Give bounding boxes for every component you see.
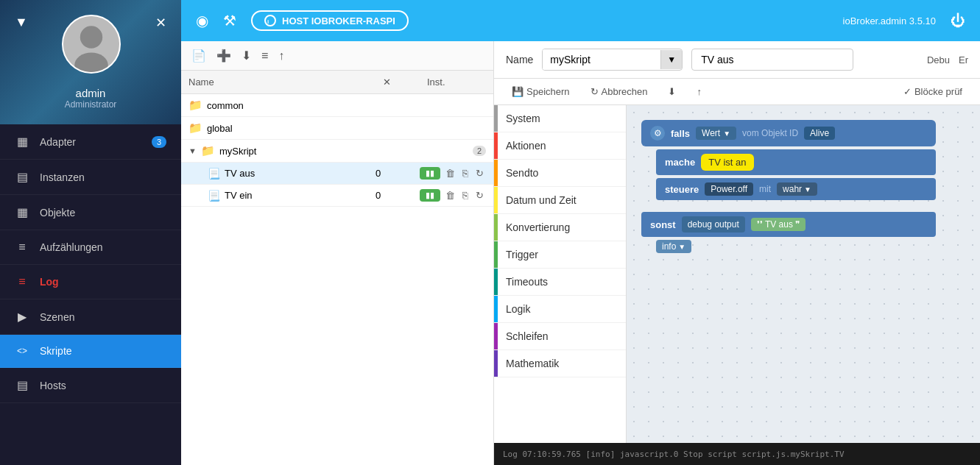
menu-item-konvertierung[interactable]: Konvertierung (494, 214, 626, 241)
menu-label: Sendto (506, 167, 538, 179)
menu-item-system[interactable]: System (494, 105, 626, 132)
sidebar-item-adapter[interactable]: ▦ Adapter 3 (0, 124, 181, 160)
host-logo-icon: i (264, 15, 276, 26)
block-mache: mache TV ist an (656, 149, 936, 175)
menu-label: System (506, 113, 540, 124)
instanzen-label: Instanzen (40, 171, 85, 183)
poweroff-chip[interactable]: Power.off (705, 182, 753, 196)
name-dropdown-btn[interactable]: ▼ (660, 50, 682, 69)
cancel-icon: ↻ (591, 86, 599, 97)
skripte-icon: <> (15, 346, 29, 356)
sidebar-item-szenen[interactable]: ▶ Szenen (0, 299, 181, 335)
sidebar-item-objekte[interactable]: ▦ Objekte (0, 195, 181, 230)
sidebar: ▼ ✕ admin Administrator ▦ Adapter 3 ▤ In… (0, 0, 181, 465)
script-editor: Name ▼ Debu Er 💾 Speichern ↻ Abbrechen (494, 41, 980, 465)
filter-btn[interactable]: ↑ (275, 48, 287, 64)
download-btn[interactable]: ⬇ (239, 47, 254, 64)
delete-btn[interactable]: 🗑 (443, 189, 457, 202)
name-input[interactable] (543, 49, 660, 70)
editor-toolbar: 💾 Speichern ↻ Abbrechen ⬇ ↑ ✓ Blöcke prü… (494, 79, 980, 105)
menu-item-datum[interactable]: Datum und Zeit (494, 187, 626, 214)
power-icon[interactable]: ⏻ (951, 13, 965, 29)
eye-icon[interactable]: ◉ (196, 12, 208, 29)
file-list-header: Name ✕ Inst. (181, 71, 493, 94)
blocks-check-btn[interactable]: ✓ Blöcke prüf (898, 83, 968, 100)
hamburger-icon[interactable]: ▼ (15, 15, 28, 30)
script-title-input[interactable] (691, 49, 853, 71)
folder-icon: 📁 (188, 99, 202, 112)
play-btn[interactable]: ▮▮ (420, 189, 440, 202)
aufzaehlungen-label: Aufzählungen (40, 241, 103, 253)
cancel-btn[interactable]: ↻ Abbrechen (585, 83, 654, 100)
copy-btn[interactable]: ⎘ (460, 167, 470, 180)
aufzaehlungen-icon: ≡ (15, 241, 29, 254)
menu-item-timeouts[interactable]: Timeouts (494, 269, 626, 296)
wrench-icon[interactable]: ⚒ (223, 12, 236, 29)
editor-header: Name ▼ Debu Er (494, 41, 980, 79)
adapter-icon: ▦ (15, 135, 29, 149)
falls-keyword: falls (671, 128, 690, 139)
block-falls[interactable]: ⚙ falls Wert ▼ vom Objekt ID Alive (641, 120, 936, 146)
menu-item-aktionen[interactable]: Aktionen (494, 132, 626, 160)
hosts-icon: ▤ (15, 378, 29, 392)
info-chip[interactable]: info ▼ (656, 240, 691, 253)
username: admin (76, 87, 106, 99)
close-icon[interactable]: ✕ (155, 15, 166, 31)
play-btn[interactable]: ▮▮ (420, 167, 440, 180)
settings-btn[interactable]: ≡ (258, 48, 271, 64)
menu-item-sendto[interactable]: Sendto (494, 160, 626, 187)
wert-chip[interactable]: Wert ▼ (696, 127, 736, 140)
steuere-keyword: steuere (665, 184, 699, 195)
content-area: 📄 ➕ ⬇ ≡ ↑ Name ✕ Inst. 📁 common (181, 41, 980, 465)
sidebar-item-hosts[interactable]: ▤ Hosts (0, 368, 181, 403)
new-file-btn[interactable]: 📄 (188, 47, 209, 64)
tv-ist-an-text: TV ist an (708, 157, 746, 168)
sidebar-item-skripte[interactable]: <> Skripte (0, 335, 181, 368)
mache-keyword: mache (665, 157, 695, 168)
wahr-chip[interactable]: wahr ▼ (777, 182, 817, 196)
block-steuere: steuere Power.off mit wahr ▼ (656, 178, 936, 200)
list-item[interactable]: 📁 common (181, 94, 493, 117)
sidebar-item-aufzaehlungen[interactable]: ≡ Aufzählungen (0, 230, 181, 265)
list-item[interactable]: ▼ 📁 mySkript 2 (181, 140, 493, 163)
name-input-container: ▼ (542, 49, 683, 71)
script-toolbar: 📄 ➕ ⬇ ≡ ↑ (181, 41, 493, 71)
host-button[interactable]: i HOST IOBROKER-RASPI (251, 10, 409, 31)
list-item[interactable]: 📁 global (181, 117, 493, 140)
menu-item-schleifen[interactable]: Schleifen (494, 323, 626, 350)
check-icon: ✓ (903, 86, 912, 97)
alive-chip[interactable]: Alive (804, 127, 835, 140)
sidebar-item-log[interactable]: ≡ Log (0, 265, 181, 299)
debug-output-chip[interactable]: debug output (682, 216, 745, 232)
list-item[interactable]: 📃 TV aus 0 ▮▮ 🗑 ⎘ ↻ (181, 163, 493, 185)
debug-output-label: debug output (688, 219, 739, 230)
add-btn[interactable]: ➕ (214, 47, 234, 64)
menu-label: Logik (506, 303, 530, 315)
log-text: Log 07:10:59.765 [info] javascript.0 Sto… (503, 450, 845, 459)
copy-btn[interactable]: ⎘ (460, 189, 470, 202)
sidebar-header: ▼ ✕ admin Administrator (0, 0, 181, 124)
sidebar-item-instanzen[interactable]: ▤ Instanzen (0, 160, 181, 195)
menu-item-logik[interactable]: Logik (494, 296, 626, 323)
menu-item-trigger[interactable]: Trigger (494, 241, 626, 269)
instanzen-icon: ▤ (15, 170, 29, 184)
svg-point-1 (80, 26, 102, 48)
save-label: Speichern (526, 86, 570, 97)
wert-dropdown-icon: ▼ (723, 129, 730, 138)
file-list: 📁 common 📁 global ▼ 📁 mySkr (181, 94, 493, 465)
refresh-btn[interactable]: ↻ (473, 167, 486, 180)
download-editor-btn[interactable]: ⬇ (662, 83, 682, 100)
menu-item-mathematik[interactable]: Mathematik (494, 350, 626, 377)
blocks-check-label: Blöcke prüf (914, 86, 962, 97)
col-name: Name (188, 77, 383, 88)
alive-label: Alive (810, 128, 829, 138)
gear-icon: ⚙ (650, 126, 665, 141)
menu-label: Konvertierung (506, 221, 570, 233)
menu-label: Datum und Zeit (506, 194, 577, 206)
delete-btn[interactable]: 🗑 (443, 167, 457, 180)
save-btn[interactable]: 💾 Speichern (506, 83, 576, 100)
wahr-dropdown-icon: ▼ (804, 185, 811, 194)
upload-editor-btn[interactable]: ↑ (691, 83, 708, 100)
list-item[interactable]: 📃 TV ein 0 ▮▮ 🗑 ⎘ ↻ (181, 185, 493, 207)
refresh-btn[interactable]: ↻ (473, 189, 486, 202)
